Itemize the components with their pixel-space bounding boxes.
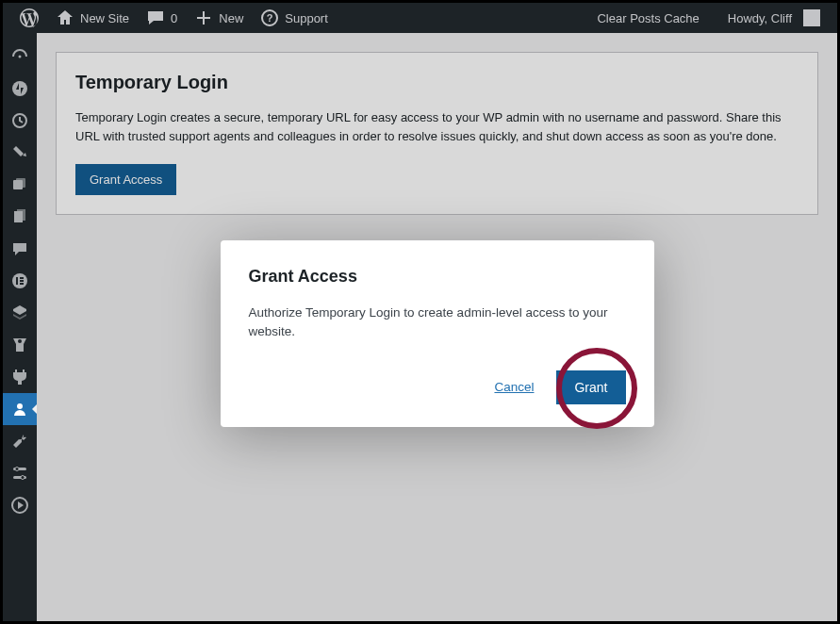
sidebar-item-pages[interactable] — [3, 201, 37, 233]
account-link[interactable]: Howdy, Cliff — [720, 3, 828, 33]
wp-logo[interactable] — [12, 3, 46, 33]
sidebar-item-posts[interactable] — [3, 137, 37, 169]
comments-count: 0 — [171, 11, 177, 25]
comments-link[interactable]: 0 — [139, 3, 185, 33]
sidebar-item-elementor[interactable] — [3, 265, 37, 297]
svg-point-19 — [21, 476, 25, 480]
svg-point-14 — [18, 339, 22, 343]
avatar — [803, 9, 820, 26]
sidebar-item-comments[interactable] — [3, 233, 37, 265]
svg-text:?: ? — [267, 12, 273, 24]
site-name-label: New Site — [80, 11, 129, 25]
admin-toolbar: New Site 0 New ? Support Clear Posts Cac… — [3, 3, 837, 33]
site-link[interactable]: New Site — [48, 3, 137, 33]
svg-point-3 — [12, 81, 27, 96]
modal-overlay[interactable]: Grant Access Authorize Temporary Login t… — [37, 33, 837, 621]
svg-rect-11 — [20, 277, 24, 279]
plus-icon — [194, 8, 213, 27]
svg-point-15 — [17, 403, 23, 409]
sidebar-item-activity[interactable] — [3, 105, 37, 137]
sidebar-item-playback[interactable] — [3, 489, 37, 521]
svg-rect-10 — [16, 277, 18, 285]
grant-button[interactable]: Grant — [556, 370, 625, 404]
sidebar-item-plugins[interactable] — [3, 361, 37, 393]
grant-access-modal: Grant Access Authorize Temporary Login t… — [221, 240, 654, 427]
sidebar-item-templates[interactable] — [3, 297, 37, 329]
cancel-link[interactable]: Cancel — [494, 380, 534, 394]
home-icon — [56, 8, 74, 27]
support-link[interactable]: ? Support — [253, 3, 336, 33]
comment-icon — [146, 8, 165, 27]
new-content[interactable]: New — [187, 3, 251, 33]
sidebar-item-users[interactable] — [3, 393, 37, 425]
svg-point-2 — [19, 56, 22, 58]
help-icon: ? — [260, 8, 279, 27]
sidebar-item-tools[interactable] — [3, 425, 37, 457]
svg-point-17 — [15, 468, 19, 471]
modal-title: Grant Access — [249, 267, 626, 287]
new-label: New — [219, 11, 243, 25]
admin-sidebar — [3, 33, 37, 621]
support-label: Support — [285, 11, 328, 25]
clear-cache-link[interactable]: Clear Posts Cache — [589, 3, 706, 33]
sidebar-item-dashboard[interactable] — [3, 41, 37, 73]
main-content: Temporary Login Temporary Login creates … — [37, 33, 837, 621]
howdy-label: Howdy, Cliff — [728, 11, 792, 25]
svg-rect-6 — [16, 178, 25, 188]
svg-rect-13 — [20, 283, 24, 285]
wordpress-icon — [20, 8, 39, 27]
sidebar-item-jetpack[interactable] — [3, 73, 37, 105]
sidebar-item-media[interactable] — [3, 169, 37, 201]
modal-body: Authorize Temporary Login to create admi… — [249, 304, 626, 342]
svg-rect-8 — [17, 209, 25, 221]
svg-rect-12 — [20, 280, 24, 282]
sidebar-item-appearance[interactable] — [3, 329, 37, 361]
clear-cache-label: Clear Posts Cache — [597, 11, 699, 25]
sidebar-item-settings[interactable] — [3, 457, 37, 489]
